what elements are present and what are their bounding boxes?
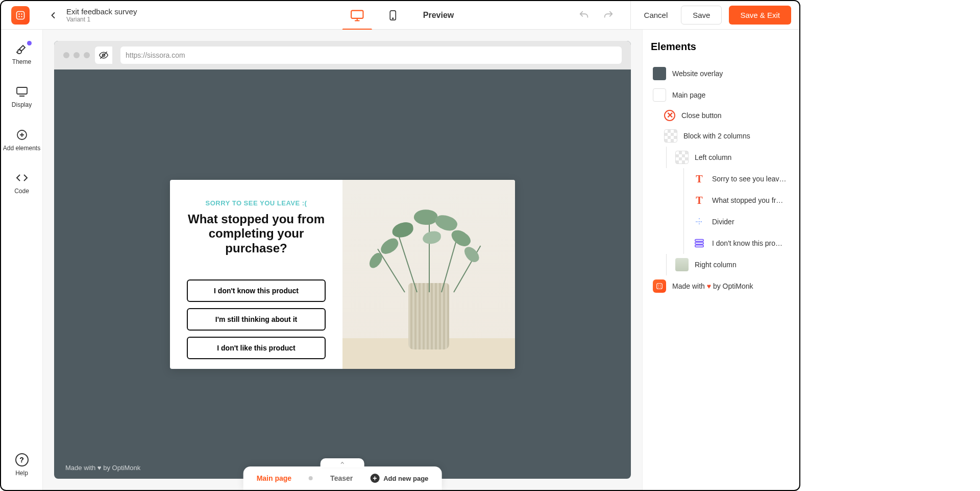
heart-icon: ♥ — [707, 282, 711, 290]
tree-text-headline[interactable]: T What stopped you fr… — [691, 190, 791, 211]
svg-rect-8 — [17, 87, 27, 94]
tree-right-column[interactable]: Right column — [673, 254, 791, 275]
app-logo[interactable] — [11, 6, 30, 25]
text-icon: T — [693, 194, 706, 207]
svg-point-4 — [21, 16, 22, 17]
svg-point-16 — [660, 285, 661, 286]
pager-expand-button[interactable] — [321, 458, 364, 467]
popup-image — [342, 180, 515, 369]
tree-divider[interactable]: Divider — [691, 211, 791, 232]
svg-point-2 — [21, 13, 22, 15]
theme-tool[interactable]: Theme — [1, 39, 42, 68]
traffic-lights — [63, 52, 90, 58]
preview-link[interactable]: Preview — [423, 11, 454, 20]
svg-point-3 — [18, 16, 20, 17]
browser-preview: https://sissora.com SORRY TO SEE YOU LEA… — [54, 41, 631, 479]
page-tab-main[interactable]: Main page — [257, 474, 291, 482]
svg-rect-5 — [351, 10, 363, 18]
code-tool[interactable]: Code — [1, 168, 42, 198]
popup-subheading: SORRY TO SEE YOU LEAVE :( — [206, 199, 307, 207]
code-icon — [15, 171, 29, 184]
add-page-button[interactable]: + Add new page — [370, 474, 428, 483]
help-tool[interactable]: ? Help — [1, 450, 42, 480]
theme-label: Theme — [12, 58, 31, 65]
page-pager: Main page Teaser + Add new page — [243, 466, 442, 490]
popup-headline: What stopped you from completing your pu… — [184, 212, 328, 256]
redo-button[interactable] — [600, 7, 617, 24]
divider — [630, 1, 631, 30]
code-label: Code — [14, 188, 29, 195]
display-label: Display — [12, 101, 32, 108]
option-3-button[interactable]: I don't like this product — [187, 337, 326, 359]
cancel-button[interactable]: Cancel — [638, 7, 674, 24]
page-separator-icon — [309, 476, 313, 480]
svg-rect-13 — [695, 245, 704, 247]
svg-rect-0 — [17, 11, 24, 19]
variant-label: Variant 1 — [66, 16, 137, 23]
madewith-badge: Made with ♥ by OptiMonk — [65, 464, 140, 472]
list-icon — [693, 237, 706, 250]
divider-icon — [693, 215, 706, 228]
mobile-device-button[interactable] — [382, 5, 404, 26]
tree-main-page[interactable]: Main page — [651, 84, 791, 106]
page-icon — [653, 88, 666, 102]
option-2-button[interactable]: I'm still thinking about it — [187, 308, 326, 331]
option-1-button[interactable]: I don't know this product — [187, 279, 326, 302]
optimonk-logo-icon — [653, 279, 666, 293]
desktop-device-button[interactable] — [347, 5, 368, 26]
tree-website-overlay[interactable]: Website overlay — [651, 63, 791, 84]
paintbrush-icon — [15, 42, 29, 55]
back-button[interactable] — [44, 6, 62, 25]
svg-rect-14 — [657, 284, 663, 289]
svg-rect-11 — [695, 240, 704, 242]
help-label: Help — [15, 470, 28, 477]
display-tool[interactable]: Display — [1, 82, 42, 111]
monitor-icon — [15, 85, 29, 98]
tree-madewith[interactable]: Made with ♥ by OptiMonk — [651, 275, 791, 297]
svg-point-1 — [18, 13, 20, 15]
save-exit-button[interactable]: Save & Exit — [729, 6, 791, 25]
svg-point-18 — [660, 287, 661, 288]
tree-close-button[interactable]: ✕ Close button — [662, 106, 791, 125]
save-button[interactable]: Save — [681, 6, 722, 25]
tree-text-sorry[interactable]: T Sorry to see you leav… — [691, 168, 791, 190]
svg-point-15 — [658, 285, 659, 286]
plus-icon: + — [370, 474, 379, 483]
block-icon — [664, 129, 677, 143]
tree-block-2col[interactable]: Block with 2 columns — [662, 125, 791, 147]
page-tab-teaser[interactable]: Teaser — [330, 474, 353, 482]
add-elements-label: Add elements — [3, 145, 40, 152]
close-icon: ✕ — [664, 110, 675, 121]
visibility-toggle[interactable] — [95, 46, 112, 64]
tree-survey-option[interactable]: I don't know this pro… — [691, 232, 791, 254]
url-text: https://sissora.com — [126, 51, 185, 59]
overlay-icon — [653, 67, 666, 80]
campaign-title: Exit feedback survey — [66, 7, 137, 16]
column-icon — [675, 151, 689, 164]
svg-point-17 — [658, 287, 659, 288]
svg-point-7 — [393, 18, 394, 19]
plus-circle-icon — [15, 128, 29, 142]
tree-left-column[interactable]: Left column — [673, 147, 791, 168]
image-icon — [675, 258, 689, 271]
popup-preview[interactable]: SORRY TO SEE YOU LEAVE :( What stopped y… — [170, 180, 515, 369]
add-elements-tool[interactable]: Add elements — [1, 125, 42, 155]
svg-rect-12 — [695, 242, 704, 244]
help-icon: ? — [15, 453, 29, 466]
elements-panel-title: Elements — [651, 41, 791, 53]
add-page-label: Add new page — [383, 475, 428, 482]
url-bar[interactable]: https://sissora.com — [120, 46, 622, 64]
text-icon: T — [693, 172, 706, 185]
undo-button[interactable] — [575, 7, 593, 24]
